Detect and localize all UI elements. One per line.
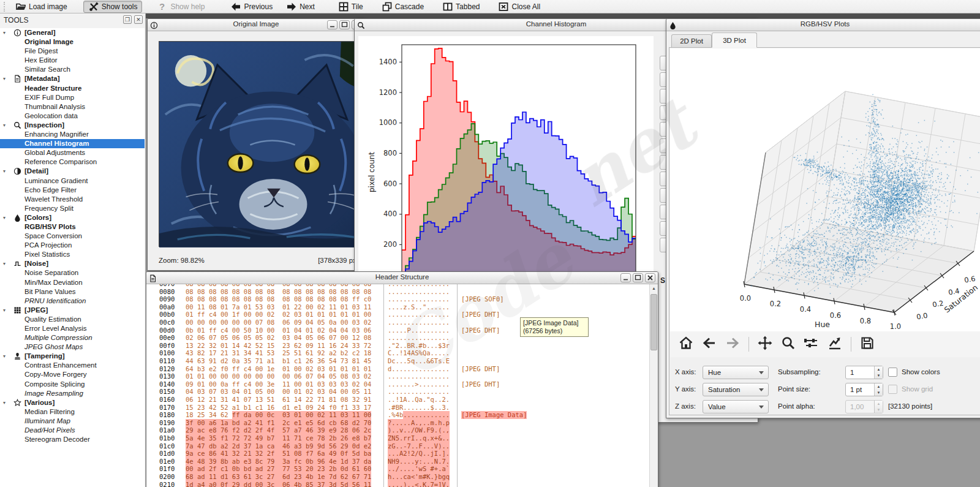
scatter-3d-plot[interactable]: 0.00.20.40.60.81.0Hue0.00.20.40.60.8Satu… bbox=[670, 48, 980, 331]
subsampling-stepper[interactable]: 1▲▼ bbox=[845, 366, 883, 379]
spin-down-icon[interactable]: ▼ bbox=[875, 390, 883, 396]
forward-button[interactable] bbox=[725, 336, 740, 353]
previous-button[interactable]: Previous bbox=[225, 1, 277, 13]
chart-button[interactable] bbox=[827, 336, 842, 353]
tree-item-original-image[interactable]: Original Image bbox=[0, 37, 145, 47]
tile-button[interactable]: Tile bbox=[333, 1, 368, 13]
tree-item-rgb-hsv-plots[interactable]: RGB/HSV Plots bbox=[0, 222, 145, 232]
scrollbar-thumb[interactable] bbox=[650, 294, 657, 350]
tree-group-tampering[interactable]: ▾[Tampering] bbox=[0, 352, 145, 361]
dock-float-icon[interactable]: ❐ bbox=[123, 15, 132, 24]
tree-item-jpeg-ghost-maps[interactable]: JPEG Ghost Maps bbox=[0, 342, 145, 352]
point-size-stepper[interactable]: 1 pt▲▼ bbox=[845, 383, 883, 396]
zoom-button[interactable] bbox=[781, 336, 796, 353]
expander-icon[interactable]: ▾ bbox=[3, 306, 6, 315]
original-image-titlebar[interactable]: Original Image bbox=[148, 19, 364, 31]
tree-item-luminance-gradient[interactable]: Luminance Gradient bbox=[0, 176, 145, 186]
tree-group-general[interactable]: ▾[General] bbox=[0, 28, 145, 37]
cascade-button[interactable]: Cascade bbox=[377, 1, 429, 13]
save-button[interactable] bbox=[860, 336, 875, 353]
tree-item-enhancing-magnifier[interactable]: Enhancing Magnifier bbox=[0, 130, 145, 139]
tree-item-composite-splicing[interactable]: Composite Splicing bbox=[0, 380, 145, 389]
tree-item-illuminant-map[interactable]: Illuminant Map bbox=[0, 417, 145, 426]
tree-item-pca-projection[interactable]: PCA Projection bbox=[0, 241, 145, 250]
load-image-button[interactable]: Load image bbox=[10, 1, 72, 13]
tree-item-multiple-compression[interactable]: Multiple Compression bbox=[0, 333, 145, 342]
show-tools-button[interactable]: Show tools bbox=[83, 1, 143, 13]
tree-item-noise-separation[interactable]: Noise Separation bbox=[0, 268, 145, 277]
home-button[interactable] bbox=[679, 336, 693, 353]
minimize-button[interactable] bbox=[327, 20, 337, 29]
sliders-button[interactable] bbox=[804, 336, 819, 353]
expander-icon[interactable]: ▾ bbox=[3, 28, 6, 37]
pan-button[interactable] bbox=[758, 336, 772, 353]
tree-item-pixel-statistics[interactable]: Pixel Statistics bbox=[0, 250, 145, 259]
tree-item-min-max-deviation[interactable]: Min/Max Deviation bbox=[0, 278, 145, 287]
dock-close-icon[interactable]: ✕ bbox=[134, 15, 143, 24]
tree-group-inspection[interactable]: ▾[Inspection] bbox=[0, 121, 145, 130]
tree-item-similar-search[interactable]: Similar Search bbox=[0, 65, 145, 74]
tree-item-channel-histogram[interactable]: Channel Histogram bbox=[0, 139, 145, 148]
tree-item-stereogram-decoder[interactable]: Stereogram Decoder bbox=[0, 435, 145, 444]
tab-3d-plot[interactable]: 3D Plot bbox=[712, 32, 757, 48]
tree-item-wavelet-threshold[interactable]: Wavelet Threshold bbox=[0, 195, 145, 204]
tree-item-exif-full-dump[interactable]: EXIF Full Dump bbox=[0, 93, 145, 102]
expander-icon[interactable]: ▾ bbox=[3, 167, 6, 176]
tree-item-image-resampling[interactable]: Image Resampling bbox=[0, 389, 145, 398]
tree-item-global-adjustments[interactable]: Global Adjustments bbox=[0, 148, 145, 157]
loaded-image[interactable] bbox=[159, 41, 388, 247]
tree-item-file-digest[interactable]: File Digest bbox=[0, 47, 145, 56]
z-axis-select[interactable]: Value bbox=[703, 400, 769, 413]
show-grid-checkbox[interactable] bbox=[888, 385, 897, 394]
tree-group-detail[interactable]: ▾[Detail] bbox=[0, 167, 145, 176]
tree-group-jpeg[interactable]: ▾[JPEG] bbox=[0, 306, 145, 315]
tree-item-error-level-analysis[interactable]: Error Level Analysis bbox=[0, 324, 145, 333]
maximize-button[interactable] bbox=[633, 273, 643, 282]
y-axis-select[interactable]: Saturation bbox=[703, 383, 769, 396]
tree-group-metadata[interactable]: ▾[Metadata] bbox=[0, 74, 145, 83]
expander-icon[interactable]: ▾ bbox=[3, 213, 6, 222]
tree-item-reference-comparison[interactable]: Reference Comparison bbox=[0, 157, 145, 167]
back-button[interactable] bbox=[702, 336, 717, 353]
tree-item-quality-estimation[interactable]: Quality Estimation bbox=[0, 315, 145, 324]
hex-scrollbar[interactable]: ▲ bbox=[649, 284, 658, 487]
tree-item-echo-edge-filter[interactable]: Echo Edge Filter bbox=[0, 186, 145, 195]
minimize-button[interactable] bbox=[620, 273, 631, 282]
scrollbar-up-icon[interactable]: ▲ bbox=[650, 285, 657, 292]
tree-item-copy-move-forgery[interactable]: Copy-Move Forgery bbox=[0, 370, 145, 379]
tree-item-frequency-split[interactable]: Frequency Split bbox=[0, 204, 145, 213]
tree-group-colors[interactable]: ▾[Colors] bbox=[0, 213, 145, 222]
header-structure-titlebar[interactable]: Header Structure bbox=[146, 272, 658, 284]
close-button[interactable] bbox=[645, 273, 655, 282]
tab-2d-plot[interactable]: 2D Plot bbox=[671, 34, 712, 48]
point-alpha-stepper[interactable]: 1,00▲▼ bbox=[845, 400, 883, 413]
spin-up-icon[interactable]: ▲ bbox=[875, 366, 883, 372]
show-colors-checkbox[interactable] bbox=[888, 368, 897, 377]
expander-icon[interactable]: ▾ bbox=[3, 398, 6, 407]
toolbar-drag-handle[interactable] bbox=[4, 2, 7, 12]
tree-item-contrast-enhancement[interactable]: Contrast Enhancement bbox=[0, 361, 145, 370]
tree-group-noise[interactable]: ▾[Noise] bbox=[0, 259, 145, 268]
tree-item-median-filtering[interactable]: Median Filtering bbox=[0, 407, 145, 417]
tree-item-hex-editor[interactable]: Hex Editor bbox=[0, 56, 145, 65]
expander-icon[interactable]: ▾ bbox=[3, 74, 6, 83]
expander-icon[interactable]: ▾ bbox=[3, 121, 6, 130]
close-all-button[interactable]: Close All bbox=[493, 1, 545, 13]
tree-group-various[interactable]: ▾[Various] bbox=[0, 398, 145, 407]
tree-item-prnu-identification[interactable]: PRNU Identification bbox=[0, 296, 145, 306]
tree-item-geolocation-data[interactable]: Geolocation data bbox=[0, 111, 145, 121]
next-button[interactable]: Next bbox=[281, 1, 320, 13]
x-axis-select[interactable]: Hue bbox=[703, 366, 769, 379]
rgb-hsv-titlebar[interactable]: RGB/HSV Plots bbox=[666, 19, 980, 31]
spin-down-icon[interactable]: ▼ bbox=[875, 372, 883, 379]
tree-item-header-structure[interactable]: Header Structure bbox=[0, 84, 145, 93]
expander-icon[interactable]: ▾ bbox=[3, 259, 6, 268]
tree-item-thumbnail-analysis[interactable]: Thumbnail Analysis bbox=[0, 102, 145, 111]
expander-icon[interactable]: ▾ bbox=[3, 352, 6, 361]
hex-viewer[interactable]: 007008 08 08 08 08 08 08 08 08 08 08 08 … bbox=[146, 284, 658, 487]
tree-item-bit-plane-values[interactable]: Bit Plane Values bbox=[0, 287, 145, 296]
tabbed-button[interactable]: Tabbed bbox=[437, 1, 484, 13]
tree-item-space-conversion[interactable]: Space Conversion bbox=[0, 232, 145, 241]
tree-item-dead-hot-pixels[interactable]: Dead/Hot Pixels bbox=[0, 426, 145, 435]
spin-up-icon[interactable]: ▲ bbox=[875, 383, 883, 390]
